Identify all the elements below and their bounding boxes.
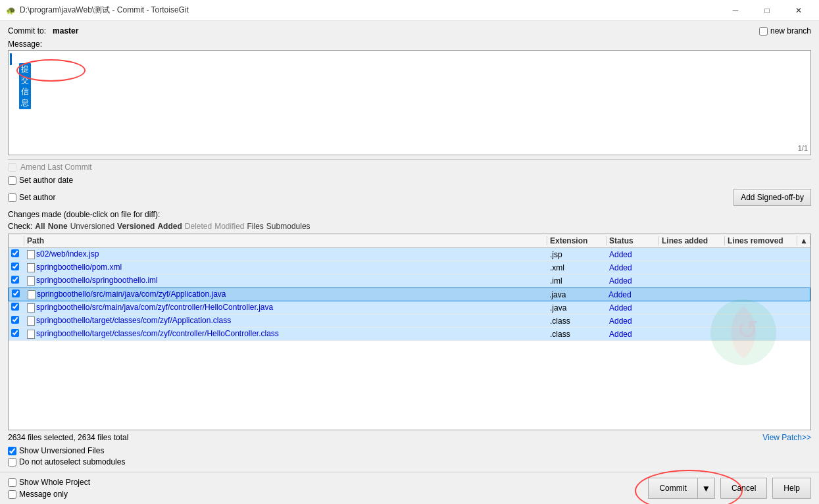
set-author-date-label: Set author date bbox=[19, 176, 73, 185]
bottom-options: Show Unversioned Files Do not autoselect… bbox=[8, 446, 811, 466]
table-row[interactable]: springboothello/src/main/java/com/zyf/Ap… bbox=[9, 288, 810, 301]
check-none[interactable]: None bbox=[48, 222, 68, 231]
row-path[interactable]: springboothello/target/classes/com/zyf/c… bbox=[24, 328, 547, 340]
show-unversioned-label: Show Unversioned Files bbox=[19, 446, 104, 455]
row-status: Added bbox=[607, 328, 659, 340]
row-path[interactable]: s02/web/index.jsp bbox=[24, 248, 547, 261]
row-path[interactable]: springboothello/target/classes/com/zyf/A… bbox=[24, 315, 547, 327]
row-check[interactable] bbox=[9, 301, 24, 314]
close-button[interactable]: ✕ bbox=[783, 0, 814, 21]
row-path[interactable]: springboothello/pom.xml bbox=[24, 261, 547, 274]
help-button[interactable]: Help bbox=[772, 478, 811, 499]
col-path: Path bbox=[24, 236, 547, 245]
footer-right: Commit ▼ Cancel Help bbox=[648, 478, 811, 499]
table-row[interactable]: s02/web/index.jsp .jsp Added bbox=[9, 248, 810, 261]
row-lines-added bbox=[658, 293, 724, 296]
table-row[interactable]: springboothello/target/classes/com/zyf/c… bbox=[9, 328, 810, 341]
minimize-button[interactable]: ─ bbox=[720, 0, 751, 21]
set-author-date-checkbox[interactable] bbox=[8, 176, 16, 185]
table-row[interactable]: springboothello/src/main/java/com/zyf/co… bbox=[9, 301, 810, 315]
check-added[interactable]: Added bbox=[157, 222, 182, 231]
col-status: Status bbox=[607, 236, 659, 245]
file-icon bbox=[27, 263, 35, 272]
row-check[interactable] bbox=[9, 315, 24, 327]
col-scroll-header: ▲ bbox=[797, 236, 810, 245]
row-ext: .iml bbox=[547, 275, 607, 287]
row-check[interactable] bbox=[9, 274, 24, 287]
show-whole-project-label: Show Whole Project bbox=[19, 478, 90, 487]
row-check[interactable] bbox=[9, 261, 24, 274]
cancel-button[interactable]: Cancel bbox=[720, 478, 767, 499]
add-signed-off-button[interactable]: Add Signed-off-by bbox=[733, 189, 811, 206]
check-files[interactable]: Files bbox=[247, 222, 264, 231]
message-only-row: Message only bbox=[8, 490, 90, 499]
row-ext: .java bbox=[547, 289, 606, 301]
row-lines-added bbox=[659, 333, 725, 336]
row-lines-added bbox=[659, 253, 725, 256]
row-status: Added bbox=[607, 262, 659, 274]
set-author-row: Set author Add Signed-off-by bbox=[8, 189, 811, 206]
message-only-label: Message only bbox=[19, 490, 68, 499]
view-patch-link[interactable]: View Patch>> bbox=[762, 433, 811, 442]
row-path[interactable]: springboothello/springboothello.iml bbox=[24, 274, 547, 287]
col-check bbox=[9, 236, 24, 245]
check-versioned[interactable]: Versioned bbox=[117, 222, 155, 231]
table-row[interactable]: springboothello/pom.xml .xml Added bbox=[9, 261, 810, 274]
app-icon: 🐢 bbox=[5, 5, 16, 16]
show-unversioned-checkbox[interactable] bbox=[8, 447, 16, 455]
row-path[interactable]: springboothello/src/main/java/com/zyf/Ap… bbox=[25, 288, 547, 301]
message-counter: 1/1 bbox=[798, 144, 808, 152]
row-lines-removed bbox=[725, 307, 797, 309]
row-lines-removed bbox=[725, 333, 797, 336]
row-lines-added bbox=[659, 266, 725, 269]
footer: Show Whole Project Message only Commit ▼… bbox=[0, 472, 819, 504]
check-submodules[interactable]: Submodules bbox=[266, 222, 310, 231]
maximize-button[interactable]: □ bbox=[752, 0, 782, 21]
row-ext: .class bbox=[547, 328, 607, 340]
row-status: Added bbox=[607, 315, 659, 327]
check-deleted[interactable]: Deleted bbox=[185, 222, 212, 231]
commit-to-area: Commit to: master bbox=[8, 26, 78, 36]
row-lines-removed bbox=[725, 280, 797, 282]
author-date-row: Set author date bbox=[8, 176, 811, 185]
check-label: Check: bbox=[8, 222, 32, 231]
row-check[interactable] bbox=[9, 248, 24, 261]
row-check[interactable] bbox=[9, 328, 24, 340]
file-icon bbox=[27, 276, 35, 286]
new-branch-area: new branch bbox=[759, 26, 811, 36]
table-row[interactable]: springboothello/target/classes/com/zyf/A… bbox=[9, 315, 810, 328]
commit-button[interactable]: Commit bbox=[648, 478, 697, 499]
changes-header: Changes made (double-click on file for d… bbox=[8, 210, 811, 219]
amend-checkbox[interactable] bbox=[8, 163, 16, 172]
row-check[interactable] bbox=[9, 288, 25, 301]
file-icon bbox=[27, 330, 35, 339]
check-modified[interactable]: Modified bbox=[214, 222, 244, 231]
commit-button-group: Commit ▼ bbox=[648, 478, 715, 499]
message-label: Message: bbox=[8, 39, 811, 49]
file-table-header: Path Extension Status Lines added Lines … bbox=[9, 234, 810, 248]
top-row: Commit to: master new branch bbox=[8, 26, 811, 36]
file-table-body[interactable]: s02/web/index.jsp .jsp Added springbooth… bbox=[9, 248, 810, 430]
table-row[interactable]: springboothello/springboothello.iml .iml… bbox=[9, 274, 810, 288]
bottom-info-row: 2634 files selected, 2634 files total Vi… bbox=[8, 433, 811, 442]
message-only-checkbox[interactable] bbox=[8, 490, 16, 499]
check-all[interactable]: All bbox=[35, 222, 45, 231]
row-lines-added bbox=[659, 307, 725, 309]
check-unversioned[interactable]: Unversioned bbox=[70, 222, 114, 231]
row-ext: .xml bbox=[547, 262, 607, 274]
amend-label: Amend Last Commit bbox=[20, 163, 92, 172]
set-author-checkbox[interactable] bbox=[8, 193, 16, 202]
message-box[interactable]: 提交信息 1/1 bbox=[8, 50, 811, 155]
title-bar: 🐢 D:\program\javaWeb\测试 - Commit - Torto… bbox=[0, 0, 819, 21]
row-path[interactable]: springboothello/src/main/java/com/zyf/co… bbox=[24, 301, 547, 314]
new-branch-checkbox[interactable] bbox=[759, 27, 768, 36]
row-lines-added bbox=[659, 280, 725, 282]
show-whole-project-checkbox[interactable] bbox=[8, 478, 16, 487]
do-not-autoselect-checkbox[interactable] bbox=[8, 458, 16, 466]
set-author-label: Set author bbox=[19, 193, 55, 202]
show-whole-project-row: Show Whole Project bbox=[8, 478, 90, 487]
row-lines-removed bbox=[725, 253, 797, 256]
commit-dropdown-button[interactable]: ▼ bbox=[698, 478, 715, 499]
row-status: Added bbox=[607, 275, 659, 287]
row-ext: .class bbox=[547, 315, 607, 327]
